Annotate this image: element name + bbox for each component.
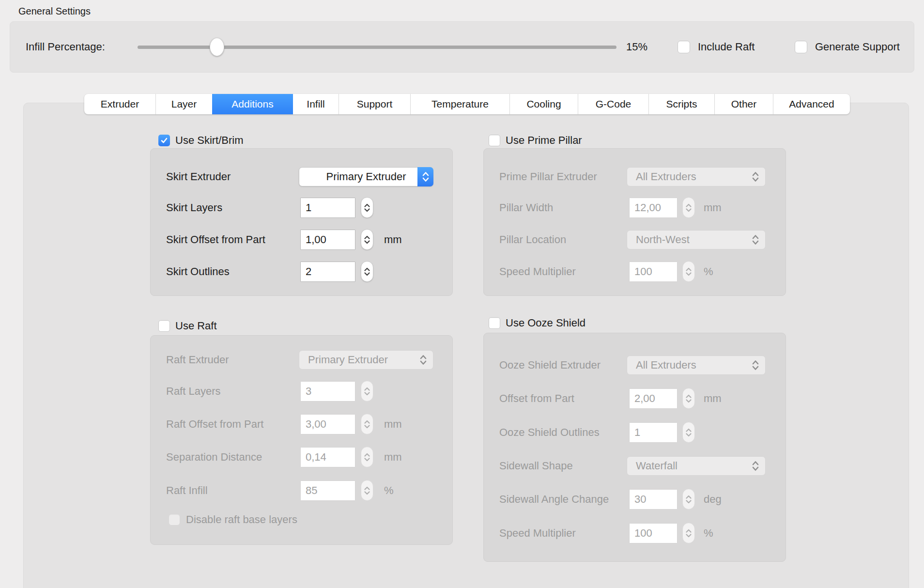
stepper-up-down-icon (686, 495, 692, 504)
skirt-offset-row: Skirt Offset from Part 1,00 mm (151, 229, 452, 250)
raft-separation-row: Separation Distance 0,14 mm (151, 447, 452, 468)
pillar-speed-stepper[interactable] (682, 261, 695, 282)
ooze-speed-row: Speed Multiplier 100 % (484, 523, 785, 544)
use-raft-checkbox[interactable] (158, 320, 170, 332)
sidewall-shape-select[interactable]: Waterfall (627, 456, 766, 476)
stepper-up-down-icon (364, 203, 370, 212)
sidewall-shape-row: Sidewall Shape Waterfall (484, 455, 785, 477)
ooze-outlines-stepper[interactable] (682, 422, 695, 443)
sidewall-angle-input[interactable]: 30 (629, 489, 678, 510)
use-ooze-shield-checkbox[interactable] (489, 317, 500, 329)
tab-additions[interactable]: Additions (212, 94, 293, 114)
stepper-up-down-icon (686, 203, 692, 212)
use-skirt-brim-label: Use Skirt/Brim (175, 134, 244, 147)
generate-support-checkbox[interactable] (795, 41, 807, 53)
tab-layer[interactable]: Layer (155, 94, 212, 114)
ooze-outlines-input[interactable]: 1 (629, 422, 678, 443)
tab-gcode[interactable]: G-Code (578, 94, 648, 114)
use-prime-pillar-label: Use Prime Pillar (506, 134, 582, 147)
ooze-extruder-select[interactable]: All Extruders (627, 356, 766, 375)
skirt-layers-input[interactable]: 1 (300, 198, 355, 218)
disable-raft-base-layers-checkbox[interactable] (169, 514, 180, 526)
raft-separation-input[interactable]: 0,14 (300, 447, 355, 467)
stepper-up-down-icon (686, 529, 692, 538)
skirt-outlines-stepper[interactable] (361, 261, 373, 282)
generate-support-label: Generate Support (815, 41, 900, 53)
include-raft-checkbox[interactable] (678, 41, 690, 53)
skirt-layers-stepper[interactable] (361, 197, 373, 218)
tab-temperature[interactable]: Temperature (410, 94, 509, 114)
sidewall-angle-stepper[interactable] (682, 489, 695, 510)
tab-extruder[interactable]: Extruder (84, 94, 155, 114)
stepper-up-down-icon (364, 267, 370, 276)
ooze-speed-input[interactable]: 100 (629, 523, 678, 543)
skirt-extruder-row: Skirt Extruder Primary Extruder (151, 166, 452, 187)
check-icon (161, 138, 168, 143)
ooze-shield-panel: Ooze Shield Extruder All Extruders Offse… (483, 333, 786, 562)
stepper-up-down-icon (364, 387, 370, 396)
tab-advanced[interactable]: Advanced (773, 94, 850, 114)
tab-scripts[interactable]: Scripts (648, 94, 714, 114)
raft-separation-stepper[interactable] (361, 447, 373, 467)
pillar-speed-row: Speed Multiplier 100 % (484, 261, 785, 282)
disable-raft-base-layers-label: Disable raft base layers (186, 513, 297, 526)
raft-extruder-select[interactable]: Primary Extruder (299, 350, 433, 370)
general-settings-title: General Settings (18, 6, 91, 17)
updown-chevrons-icon (747, 356, 763, 375)
raft-extruder-row: Raft Extruder Primary Extruder (151, 349, 452, 371)
tab-other[interactable]: Other (714, 94, 773, 114)
settings-tabbar: Extruder Layer Additions Infill Support … (84, 94, 850, 114)
general-settings-box: Infill Percentage: 15% Include Raft Gene… (10, 21, 914, 73)
infill-percentage-slider[interactable] (138, 46, 616, 49)
sidewall-angle-row: Sidewall Angle Change 30 deg (484, 489, 785, 510)
raft-offset-stepper[interactable] (361, 414, 373, 434)
infill-percentage-value: 15% (626, 22, 647, 72)
include-raft-label: Include Raft (698, 41, 755, 53)
raft-offset-input[interactable]: 3,00 (300, 414, 355, 434)
skirt-layers-row: Skirt Layers 1 (151, 197, 452, 218)
skirt-outlines-input[interactable]: 2 (300, 262, 355, 282)
updown-chevrons-icon (417, 167, 433, 186)
skirt-outlines-row: Skirt Outlines 2 (151, 261, 452, 282)
stepper-up-down-icon (686, 428, 692, 437)
ooze-offset-stepper[interactable] (682, 388, 695, 409)
stepper-up-down-icon (364, 235, 370, 244)
raft-layers-row: Raft Layers 3 (151, 381, 452, 402)
ooze-speed-stepper[interactable] (682, 523, 695, 543)
stepper-up-down-icon (364, 486, 370, 495)
pillar-width-row: Pillar Width 12,00 mm (484, 197, 785, 218)
stepper-up-down-icon (364, 420, 370, 429)
tab-infill[interactable]: Infill (293, 94, 339, 114)
tab-support[interactable]: Support (339, 94, 410, 114)
ooze-offset-input[interactable]: 2,00 (629, 388, 678, 409)
skirt-brim-panel: Skirt Extruder Primary Extruder Skirt La… (150, 148, 453, 296)
raft-infill-row: Raft Infill 85 % (151, 480, 452, 501)
ooze-extruder-row: Ooze Shield Extruder All Extruders (484, 355, 785, 376)
skirt-offset-input[interactable]: 1,00 (300, 230, 355, 250)
prime-pillar-panel: Prime Pillar Extruder All Extruders Pill… (483, 148, 786, 296)
skirt-extruder-select[interactable]: Primary Extruder (299, 167, 433, 186)
pillar-width-stepper[interactable] (682, 197, 695, 218)
raft-layers-input[interactable]: 3 (300, 381, 355, 402)
stepper-up-down-icon (686, 394, 692, 403)
tab-cooling[interactable]: Cooling (509, 94, 578, 114)
stepper-up-down-icon (686, 267, 692, 276)
pillar-width-input[interactable]: 12,00 (629, 198, 678, 218)
updown-chevrons-icon (747, 456, 763, 476)
raft-layers-stepper[interactable] (361, 381, 373, 402)
pillar-location-row: Pillar Location North-West (484, 229, 785, 250)
skirt-offset-stepper[interactable] (361, 229, 373, 250)
raft-infill-stepper[interactable] (361, 480, 373, 501)
additions-settings-window: General Settings Infill Percentage: 15% … (0, 0, 924, 588)
prime-pillar-extruder-row: Prime Pillar Extruder All Extruders (484, 166, 785, 187)
pillar-location-select[interactable]: North-West (627, 230, 766, 249)
use-skirt-brim-checkbox[interactable] (158, 135, 170, 146)
stepper-up-down-icon (364, 453, 370, 462)
raft-infill-input[interactable]: 85 (300, 480, 355, 501)
prime-pillar-extruder-select[interactable]: All Extruders (627, 167, 766, 186)
slider-handle[interactable] (210, 38, 224, 56)
ooze-outlines-row: Ooze Shield Outlines 1 (484, 422, 785, 443)
pillar-speed-input[interactable]: 100 (629, 262, 678, 282)
use-ooze-shield-label: Use Ooze Shield (506, 317, 585, 329)
use-prime-pillar-checkbox[interactable] (489, 135, 500, 146)
